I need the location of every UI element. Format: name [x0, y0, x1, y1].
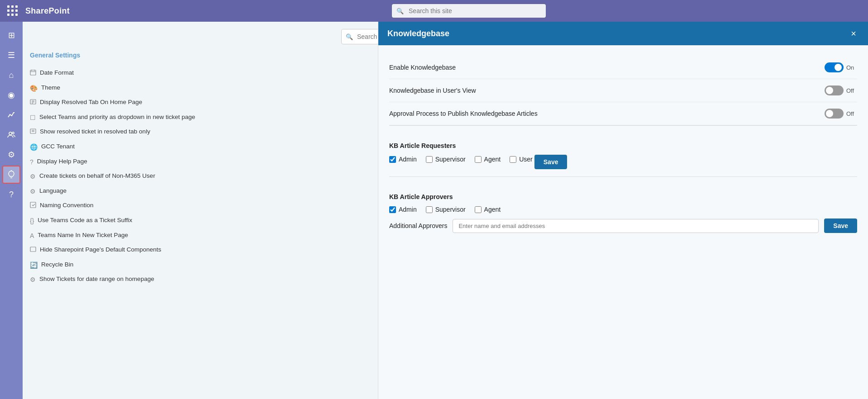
- apr-agent-checkbox[interactable]: [475, 206, 482, 213]
- settings-item-help[interactable]: ? Display Help Page: [30, 155, 434, 170]
- enable-kb-toggle[interactable]: [825, 62, 844, 72]
- date-range-icon: ⚙: [30, 276, 36, 285]
- settings-item-display-resolved[interactable]: Display Resolved Tab On Home Page: [30, 95, 434, 110]
- kb-requesters-heading: KB Article Requesters: [389, 142, 857, 149]
- settings-item-label: Hide Sharepoint Page's Default Component…: [40, 246, 161, 254]
- additional-approvers-input[interactable]: [453, 219, 819, 233]
- settings-item-hide-sp[interactable]: Hide Sharepoint Page's Default Component…: [30, 243, 434, 258]
- settings-item-label: Show resolved ticket in resolved tab onl…: [40, 128, 150, 136]
- enable-kb-label: Enable Knowledgebase: [389, 64, 456, 71]
- settings-item-naming[interactable]: Naming Convention: [30, 199, 434, 214]
- settings-item-label: Theme: [41, 84, 60, 92]
- settings-item-language[interactable]: ⚙ Language: [30, 184, 434, 199]
- req-admin-label[interactable]: Admin: [389, 156, 417, 163]
- sidebar-icon-bulb[interactable]: [2, 166, 20, 184]
- sidebar-icon-rail: ⊞ ☰ ⌂ ◉ ⚙ ?: [0, 22, 23, 399]
- settings-item-label: Naming Convention: [40, 201, 94, 210]
- svg-point-0: [9, 132, 12, 135]
- approval-process-toggle[interactable]: [825, 109, 844, 119]
- top-search-icon: 🔍: [396, 8, 404, 14]
- settings-item-label: Date Format: [40, 69, 74, 77]
- kb-requesters-section: KB Article Requesters Admin Supervisor: [389, 125, 857, 169]
- settings-item-gcc[interactable]: 🌐 GCC Tenant: [30, 140, 434, 155]
- kb-users-view-row: Knowledgebase in User's View Off: [389, 79, 857, 102]
- gcc-icon: 🌐: [30, 143, 38, 152]
- sidebar-icon-menu[interactable]: ☰: [2, 46, 20, 64]
- settings-item-teams-name[interactable]: A Teams Name In New Ticket Page: [30, 228, 434, 243]
- apr-admin-label[interactable]: Admin: [389, 206, 417, 213]
- req-supervisor-checkbox[interactable]: [426, 156, 433, 163]
- additional-approvers-row: Additional Approvers Save: [389, 218, 857, 233]
- req-user-text: User: [519, 156, 533, 163]
- enable-kb-slider: [825, 62, 844, 72]
- app-grid-icon[interactable]: [7, 5, 18, 16]
- main-layout: ⊞ ☰ ⌂ ◉ ⚙ ? 🔍 General Settings: [0, 0, 868, 399]
- req-agent-checkbox[interactable]: [475, 156, 482, 163]
- req-supervisor-text: Supervisor: [435, 156, 466, 163]
- hide-sp-icon: [30, 246, 36, 255]
- settings-item-recycle[interactable]: 🔄 Recycle Bin: [30, 258, 434, 273]
- language-icon: ⚙: [30, 187, 36, 196]
- general-settings-heading: General Settings: [30, 52, 434, 61]
- sidebar-icon-globe[interactable]: ◉: [2, 86, 20, 104]
- teams-priority-icon: ☐: [30, 114, 36, 123]
- apr-admin-checkbox[interactable]: [389, 206, 396, 213]
- settings-item-teams-code[interactable]: {} Use Teams Code as a Ticket Suffix: [30, 214, 434, 228]
- approval-process-status: Off: [846, 110, 857, 117]
- apr-admin-text: Admin: [399, 206, 417, 213]
- help-page-icon: ?: [30, 158, 33, 167]
- settings-item-label: Recycle Bin: [41, 261, 73, 269]
- svg-rect-14: [30, 202, 36, 208]
- settings-item-theme[interactable]: 🎨 Theme: [30, 81, 434, 96]
- sidebar-icon-help[interactable]: ?: [2, 185, 20, 204]
- approval-process-label: Approval Process to Publish Knowledgebas…: [389, 110, 538, 117]
- settings-item-date-format[interactable]: Date Format: [30, 66, 434, 81]
- enable-kb-row: Enable Knowledgebase On: [389, 56, 857, 79]
- req-user-checkbox[interactable]: [510, 156, 516, 163]
- kb-users-view-toggle-wrap: Off: [825, 86, 857, 95]
- svg-point-1: [12, 132, 14, 134]
- req-supervisor-label[interactable]: Supervisor: [426, 156, 466, 163]
- nonm365-icon: ⚙: [30, 172, 36, 181]
- panel-close-button[interactable]: ×: [848, 28, 859, 39]
- approval-process-slider: [825, 109, 844, 119]
- apr-supervisor-checkbox[interactable]: [426, 206, 433, 213]
- sidebar-icon-chart[interactable]: [2, 106, 20, 124]
- teams-code-icon: {}: [30, 217, 34, 226]
- top-search-input[interactable]: [392, 4, 546, 18]
- approval-process-toggle-wrap: Off: [825, 109, 857, 119]
- inner-search-icon: 🔍: [346, 33, 353, 40]
- settings-item-show-resolved[interactable]: Show resolved ticket in resolved tab onl…: [30, 125, 434, 140]
- req-admin-checkbox[interactable]: [389, 156, 396, 163]
- display-resolved-icon: [30, 99, 36, 108]
- settings-item-label: Display Resolved Tab On Home Page: [40, 98, 142, 107]
- show-resolved-icon: [30, 128, 36, 137]
- settings-item-label: GCC Tenant: [41, 142, 75, 151]
- req-user-label[interactable]: User: [510, 156, 533, 163]
- naming-icon: [30, 202, 36, 211]
- kb-requesters-checkboxes: Admin Supervisor Agent: [389, 156, 533, 163]
- apr-supervisor-label[interactable]: Supervisor: [426, 206, 466, 213]
- settings-item-label: Language: [39, 187, 67, 195]
- req-agent-label[interactable]: Agent: [475, 156, 501, 163]
- recycle-icon: 🔄: [30, 261, 38, 270]
- sidebar-icon-home[interactable]: ⌂: [2, 66, 20, 84]
- settings-item-nonm365[interactable]: ⚙ Create tickets on behalf of Non-M365 U…: [30, 169, 434, 184]
- main-content-area: 🔍 General Settings Date Format 🎨 Theme: [23, 22, 868, 399]
- settings-item-label: Display Help Page: [37, 157, 87, 166]
- kb-requesters-save-button[interactable]: Save: [534, 155, 568, 169]
- kb-users-view-toggle[interactable]: [825, 86, 844, 95]
- enable-kb-status: On: [846, 64, 857, 71]
- kb-users-view-slider: [825, 86, 844, 95]
- apr-agent-label[interactable]: Agent: [475, 206, 501, 213]
- sidebar-icon-gear[interactable]: ⚙: [2, 146, 20, 164]
- kb-approvers-save-button[interactable]: Save: [824, 218, 857, 233]
- sidebar-icon-people[interactable]: [2, 126, 20, 144]
- settings-item-date-range[interactable]: ⚙ Show Tickets for date range on homepag…: [30, 272, 434, 287]
- top-search-container: 🔍: [392, 4, 546, 18]
- settings-item-teams-priority[interactable]: ☐ Select Teams and priority as dropdown …: [30, 110, 434, 125]
- apr-agent-text: Agent: [484, 206, 501, 213]
- svg-rect-3: [30, 70, 36, 75]
- kb-users-view-label: Knowledgebase in User's View: [389, 87, 476, 94]
- sidebar-icon-grid[interactable]: ⊞: [2, 26, 20, 44]
